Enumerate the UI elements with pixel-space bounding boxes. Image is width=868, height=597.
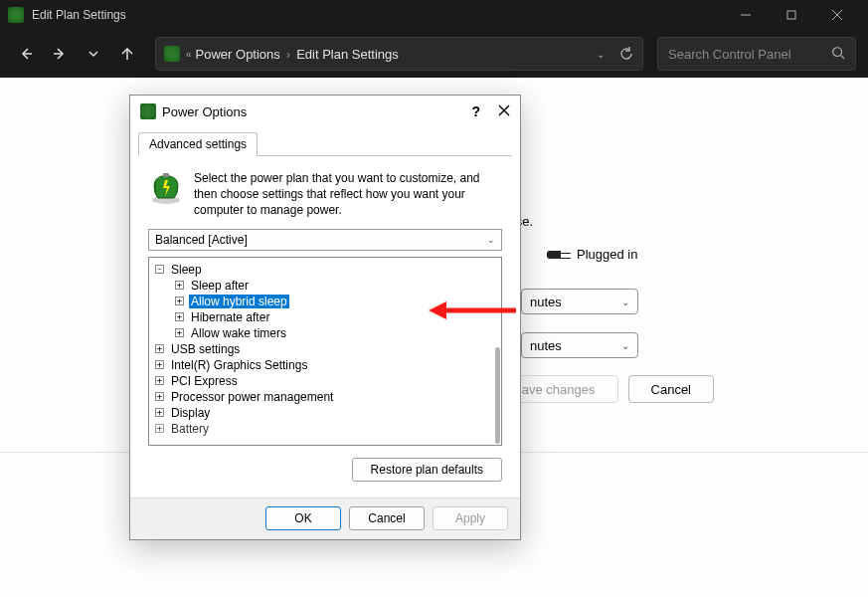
settings-tree[interactable]: - Sleep + Sleep after + Allow hybrid sle…: [148, 257, 502, 446]
up-button[interactable]: [113, 40, 141, 68]
breadcrumb-item[interactable]: Edit Plan Settings: [296, 47, 399, 62]
expand-icon[interactable]: +: [155, 376, 164, 385]
back-button[interactable]: [12, 40, 40, 68]
tree-item-sleep[interactable]: - Sleep: [149, 262, 501, 278]
minimize-button[interactable]: [723, 0, 769, 30]
expand-icon[interactable]: +: [155, 424, 164, 433]
plan-select[interactable]: Balanced [Active] ⌄: [148, 229, 502, 251]
expand-icon[interactable]: +: [175, 328, 184, 337]
app-icon: [8, 7, 24, 23]
dialog-titlebar: Power Options ?: [130, 96, 520, 127]
search-placeholder: Search Control Panel: [668, 47, 791, 62]
svg-line-8: [841, 55, 845, 59]
chevron-down-icon: ⌄: [621, 340, 629, 351]
search-input[interactable]: Search Control Panel: [657, 37, 856, 71]
tree-item-intel-graphics[interactable]: + Intel(R) Graphics Settings: [149, 357, 501, 373]
expand-icon[interactable]: +: [175, 297, 184, 305]
expand-icon[interactable]: +: [155, 360, 164, 369]
dropdown-display[interactable]: nutes ⌄: [521, 289, 638, 314]
dialog-footer: OK Cancel Apply: [130, 498, 520, 539]
chevron-left-icon: «: [186, 49, 192, 60]
tree-item-usb[interactable]: + USB settings: [149, 341, 501, 357]
svg-point-7: [833, 47, 842, 56]
svg-rect-1: [787, 11, 795, 19]
main-window: Edit Plan Settings «: [0, 0, 868, 597]
tree-item-battery[interactable]: + Battery: [149, 421, 501, 437]
dropdown-sleep[interactable]: nutes ⌄: [521, 332, 638, 358]
ok-button[interactable]: OK: [265, 506, 341, 530]
chevron-down-icon: ⌄: [621, 297, 629, 307]
breadcrumb-item[interactable]: Power Options: [196, 47, 280, 62]
expand-icon[interactable]: +: [155, 392, 164, 401]
cancel-button[interactable]: Cancel: [628, 375, 714, 403]
chevron-right-icon: ›: [286, 47, 290, 62]
titlebar: Edit Plan Settings: [0, 0, 868, 30]
expand-icon[interactable]: +: [155, 408, 164, 417]
tree-item-hibernate-after[interactable]: + Hibernate after: [149, 309, 501, 325]
window-title: Edit Plan Settings: [32, 8, 126, 22]
tree-item-processor[interactable]: + Processor power management: [149, 389, 501, 405]
battery-icon: [148, 170, 184, 206]
forward-button[interactable]: [46, 40, 74, 68]
tree-item-allow-wake-timers[interactable]: + Allow wake timers: [149, 325, 501, 341]
tree-item-pci-express[interactable]: + PCI Express: [149, 373, 501, 389]
search-icon: [831, 46, 845, 63]
navbar: « Power Options › Edit Plan Settings ⌄ S…: [0, 30, 868, 78]
chevron-down-icon: ⌄: [487, 235, 495, 245]
cancel-button[interactable]: Cancel: [349, 506, 425, 530]
svg-rect-12: [163, 173, 169, 177]
addressbar-dropdown-icon[interactable]: ⌄: [597, 49, 605, 60]
close-button[interactable]: [814, 0, 860, 30]
plan-select-value: Balanced [Active]: [155, 233, 248, 247]
collapse-icon[interactable]: -: [155, 265, 164, 274]
expand-icon[interactable]: +: [175, 281, 184, 290]
addressbar[interactable]: « Power Options › Edit Plan Settings ⌄: [155, 37, 643, 71]
plug-icon: [547, 248, 571, 262]
dialog-close-button[interactable]: [498, 104, 510, 119]
power-options-dialog: Power Options ? Advanced settings: [129, 95, 521, 540]
dialog-title: Power Options: [162, 104, 247, 119]
apply-button[interactable]: Apply: [433, 506, 508, 530]
tree-item-sleep-after[interactable]: + Sleep after: [149, 278, 501, 294]
tab-strip: Advanced settings: [138, 131, 512, 156]
refresh-icon[interactable]: [618, 46, 634, 62]
plugged-in-label: Plugged in: [547, 247, 637, 262]
tree-item-display[interactable]: + Display: [149, 405, 501, 421]
scrollbar[interactable]: [495, 347, 500, 444]
addressbar-icon: [164, 46, 180, 62]
maximize-button[interactable]: [769, 0, 814, 30]
expand-icon[interactable]: +: [175, 312, 184, 321]
history-dropdown[interactable]: [80, 40, 107, 68]
help-button[interactable]: ?: [471, 103, 480, 119]
tree-item-allow-hybrid-sleep[interactable]: + Allow hybrid sleep: [149, 294, 501, 309]
restore-defaults-button[interactable]: Restore plan defaults: [352, 458, 502, 482]
dialog-info-text: Select the power plan that you want to c…: [194, 170, 502, 219]
tab-advanced-settings[interactable]: Advanced settings: [138, 132, 258, 156]
expand-icon[interactable]: +: [155, 344, 164, 353]
dialog-icon: [140, 103, 156, 119]
